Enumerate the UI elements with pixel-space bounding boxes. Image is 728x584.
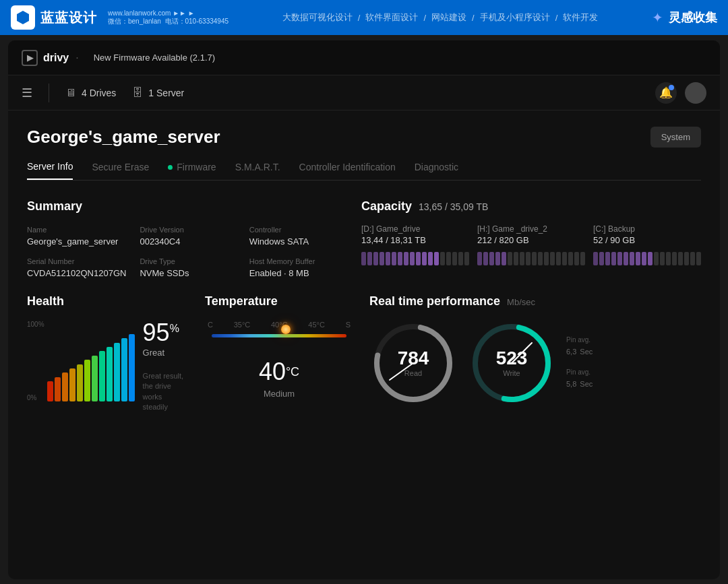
health-status: Great xyxy=(143,348,189,358)
drives-label: 4 Drives xyxy=(82,88,116,98)
health-label-100: 100% xyxy=(27,321,44,328)
health-bar-10 xyxy=(121,338,127,401)
temperature-section: Temperature C 35°C 40°C 45°C S // genera… xyxy=(205,294,353,413)
app-name: drivy xyxy=(43,52,69,64)
banner-contact: www.lanlanwork.com ►► ► 微信：ben_lanlan 电话… xyxy=(108,9,229,26)
tabs: Server Info Secure Erase Firmware S.M.A.… xyxy=(27,161,701,181)
pin-avg-2-value: 5,8 Sec xyxy=(566,376,593,390)
tab-firmware[interactable]: Firmware xyxy=(168,162,216,179)
summary-capacity-row: Summary Name George's_game_server Drive … xyxy=(27,199,701,278)
info-name: Name George's_game_server xyxy=(27,226,126,247)
temp-bar xyxy=(212,334,346,337)
write-value: 523 xyxy=(496,349,528,368)
tab-smart[interactable]: S.M.A.R.T. xyxy=(235,162,280,179)
pin-avg-1-value: 6,3 Sec xyxy=(566,344,593,358)
temp-needle-dot xyxy=(281,325,291,334)
info-drive-version: Drive Version 002340C4 xyxy=(140,226,235,247)
nav-bar: ☰ 🖥 4 Drives 🗄 1 Server 🔔 xyxy=(8,75,720,110)
read-gauge-center: 784 Read xyxy=(398,349,429,377)
server-title: George's_game_server xyxy=(27,127,220,148)
tab-server-info[interactable]: Server Info xyxy=(27,161,73,180)
health-bar-9 xyxy=(114,343,120,401)
summary-title: Summary xyxy=(27,199,345,214)
perf-header: Real time performance Mb/sec xyxy=(369,294,701,309)
drive-2-bar xyxy=(477,251,585,267)
server-title-row: George's_game_server System xyxy=(27,127,701,148)
health-bar-2 xyxy=(62,372,68,401)
capacity-section: Capacity 13,65 / 35,09 TB [D:] Game_driv… xyxy=(361,199,701,278)
pin-avg-1-label: Pin avg. xyxy=(566,336,593,344)
drive-card-3: [C:] Backup 52 / 90 GB xyxy=(593,224,701,267)
tab-secure-erase[interactable]: Secure Erase xyxy=(92,162,149,179)
health-title: Health xyxy=(27,294,189,309)
user-avatar[interactable] xyxy=(685,82,706,104)
banner-website: www.lanlanwork.com ►► ► xyxy=(108,9,229,17)
temp-value: 40 xyxy=(259,358,286,385)
nav-item-5: 软件开发 xyxy=(563,11,598,24)
drive-1-bar xyxy=(361,251,469,267)
drive-card-2: [H:] Game _drive_2 212 / 820 GB xyxy=(477,224,585,267)
temp-unit: °C xyxy=(286,365,299,379)
banner-right: ✦ 灵感收集 xyxy=(652,9,717,26)
banner-wechat-phone: 微信：ben_lanlan 电话：010-63334945 xyxy=(108,17,229,26)
perf-stats: Pin avg. 6,3 Sec Pin avg. 5,8 Sec xyxy=(566,336,593,390)
temp-gauge xyxy=(212,334,346,337)
health-percent: 95% xyxy=(143,321,189,345)
temp-value-area: 40°C Medium xyxy=(205,358,353,399)
menu-icon[interactable]: ☰ xyxy=(22,86,32,100)
drive-1-label: [D:] Game_drive xyxy=(361,224,469,234)
drivy-logo-icon: ▶ xyxy=(22,50,38,66)
firmware-badge: New Firmware Available (2.1.7) xyxy=(94,53,215,63)
health-bar-5 xyxy=(84,360,90,401)
capacity-header: Capacity 13,65 / 35,09 TB xyxy=(361,199,701,214)
health-bar-7 xyxy=(99,351,105,401)
firmware-dot xyxy=(168,165,173,170)
drive-3-value: 52 / 90 GB xyxy=(593,235,701,245)
drive-3-bar xyxy=(593,251,701,267)
read-gauge: 784 Read xyxy=(369,319,457,407)
system-button[interactable]: System xyxy=(650,127,701,148)
notification-bell[interactable]: 🔔 xyxy=(655,82,677,104)
drives-icon: 🖥 xyxy=(65,87,76,99)
read-value: 784 xyxy=(398,349,429,368)
health-bar-1 xyxy=(55,377,61,401)
nav-item-3: 网站建设 xyxy=(431,11,466,24)
tab-controller-id[interactable]: Controller Identification xyxy=(299,162,396,179)
info-serial: Serial Number CVDA512102QN1207GN xyxy=(27,257,126,278)
read-label: Read xyxy=(398,369,429,377)
health-bar-6 xyxy=(92,356,98,401)
health-bars xyxy=(47,321,135,401)
tab-diagnostic[interactable]: Diagnostic xyxy=(415,162,458,179)
perf-gauges-row: 784 Read xyxy=(369,319,701,407)
nav-right: 🔔 xyxy=(655,82,706,104)
logo-icon xyxy=(11,5,35,30)
nav-drives[interactable]: 🖥 4 Drives xyxy=(65,87,116,99)
temp-needle xyxy=(281,325,291,334)
temp-scale-s: S xyxy=(346,321,351,329)
health-bar-0 xyxy=(47,381,53,401)
logo-text: 蓝蓝设计 xyxy=(40,9,97,27)
nav-server[interactable]: 🗄 1 Server xyxy=(132,87,184,99)
write-gauge-center: 523 Write xyxy=(496,349,528,377)
server-icon: 🗄 xyxy=(132,87,143,99)
temperature-title: Temperature xyxy=(205,294,353,309)
health-bar-4 xyxy=(77,364,83,401)
write-label: Write xyxy=(496,369,528,377)
health-bar-11 xyxy=(129,334,135,401)
health-labels-col: 100% 0% xyxy=(27,321,44,401)
capacity-title: Capacity xyxy=(361,199,412,214)
drive-2-value: 212 / 820 GB xyxy=(477,235,585,245)
write-gauge: 523 Write xyxy=(468,319,555,407)
temp-status: Medium xyxy=(205,389,353,399)
health-section: Health 100% 0% 95% Great Great result, t… xyxy=(27,294,189,413)
capacity-total: 13,65 / 35,09 TB xyxy=(419,201,488,212)
info-hmb: Host Memory Buffer Enabled · 8 MB xyxy=(249,257,345,278)
drive-2-label: [H:] Game _drive_2 xyxy=(477,224,585,234)
temp-scale-c: C xyxy=(208,321,213,329)
temp-scale-35: 35°C xyxy=(234,321,251,329)
health-label-0: 0% xyxy=(27,394,44,401)
banner-left: 蓝蓝设计 www.lanlanwork.com ►► ► 微信：ben_lanl… xyxy=(11,5,229,30)
perf-title: Real time performance xyxy=(369,294,500,309)
linggan-text: 灵感收集 xyxy=(669,9,717,26)
drive-card-1: [D:] Game_drive 13,44 / 18,31 TB xyxy=(361,224,469,267)
